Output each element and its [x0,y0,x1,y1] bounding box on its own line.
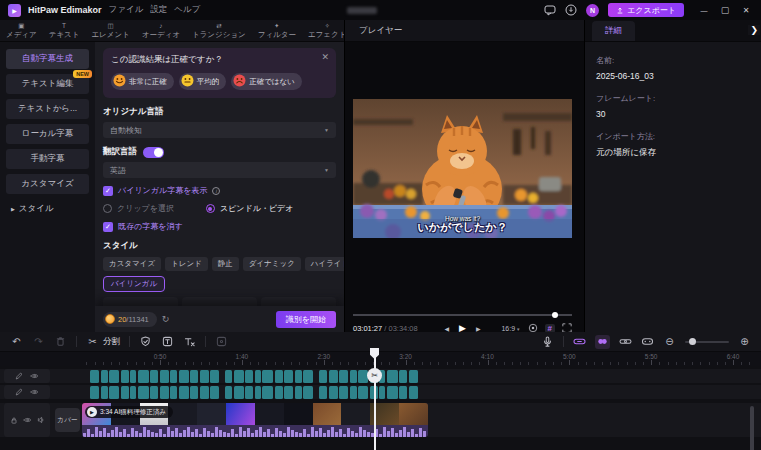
tab-media[interactable]: ▣メディア [0,20,43,41]
playhead-line[interactable] [374,350,376,450]
translation-toggle[interactable] [143,147,164,158]
aspect-ratio-select[interactable]: 16:9 [501,325,520,332]
feedback-option-grin[interactable]: 非常に正確 [111,73,174,90]
delete-icon[interactable] [54,335,67,349]
subtitle-segment[interactable] [319,386,327,399]
subtitle-segment[interactable] [170,386,177,399]
subtitle-segment[interactable] [275,370,283,383]
magnet-icon[interactable] [641,335,654,349]
subtitle-segment[interactable] [319,370,327,383]
tab-effect[interactable]: ✧エフェクト [302,20,344,41]
tab-element[interactable]: ◫エレメント [85,20,135,41]
subtitle-segment[interactable] [387,386,398,399]
split-label[interactable]: 分割 [103,336,120,348]
add-subtitle-icon[interactable] [215,335,228,349]
style-tab-2[interactable]: 静止 [212,257,239,271]
close-icon[interactable]: ✕ [321,52,329,62]
timeline-scrollbar[interactable] [750,406,754,450]
subtitle-segment[interactable] [225,370,232,383]
feedback-option-angry[interactable]: 正確ではない [231,73,302,90]
eye-icon[interactable] [23,416,32,424]
subtitle-segment[interactable] [399,386,407,399]
subtitle-segment[interactable] [255,386,261,399]
subtitle-segment[interactable] [101,370,108,383]
subtitle-segment[interactable] [358,386,368,399]
clear-subtitles-checkbox[interactable] [103,222,113,232]
cover-button[interactable]: カバー [55,408,80,432]
sidebar-item-0[interactable]: 自動字幕生成 [6,49,89,69]
subtitle-segment[interactable] [350,386,357,399]
subtitle-segment[interactable] [387,370,398,383]
subtitle-segment[interactable] [409,370,418,383]
more-tabs-arrow-icon[interactable]: ❯ [748,25,760,35]
subtitle-segment[interactable] [399,370,407,383]
pencil-icon[interactable] [15,388,23,396]
subtitle-segment[interactable] [245,386,253,399]
subtitle-segment[interactable] [90,370,99,383]
subtitle-segment[interactable] [160,370,169,383]
sidebar-item-2[interactable]: テキストから... [6,99,89,119]
video-clip[interactable]: 3:34 AI猫料理修正済み [82,403,428,437]
subtitle-segment[interactable] [138,370,149,383]
microphone-icon[interactable] [541,335,554,349]
bilingual-filter-chip[interactable]: バイリンガル [103,276,165,292]
tab-transition[interactable]: ⇄トランジション [186,20,252,41]
subtitle-segment[interactable] [303,370,313,383]
subtitle-segment[interactable] [121,386,129,399]
eye-icon[interactable] [30,388,39,396]
style-tab-0[interactable]: カスタマイズ [103,257,161,271]
subtitle-segment[interactable] [179,370,189,383]
feedback-chat-icon[interactable] [544,4,556,16]
tab-filter[interactable]: ✦フィルター [252,20,302,41]
subtitle-segment[interactable] [262,386,273,399]
delete-text-icon[interactable] [183,335,196,349]
lock-icon[interactable] [10,416,18,425]
subtitle-segment[interactable] [101,386,108,399]
subtitle-segment[interactable] [284,386,293,399]
style-tab-4[interactable]: ハイライト [305,257,344,271]
subtitle-segment[interactable] [225,386,232,399]
subtitle-segment[interactable] [200,370,209,383]
subtitle-segment[interactable] [150,386,158,399]
translation-language-select[interactable]: 英語 [103,162,336,178]
text-template-icon[interactable] [161,335,174,349]
subtitle-segment[interactable] [130,370,136,383]
undo-icon[interactable] [10,335,23,349]
subtitle-segment[interactable] [303,386,313,399]
menu-settings[interactable]: 設定 [150,4,167,16]
maximize-button[interactable] [720,5,730,15]
menu-help[interactable]: ヘルプ [174,4,200,16]
subtitle-segment[interactable] [121,370,129,383]
subtitle-segment[interactable] [150,370,158,383]
subtitle-segment[interactable] [234,370,244,383]
subtitle-segment[interactable] [409,386,418,399]
sidebar-item-1[interactable]: テキスト編集NEW [6,74,89,94]
spindle-video-radio[interactable] [206,204,215,213]
close-button[interactable] [741,5,751,15]
subtitle-segment[interactable] [234,386,244,399]
zoom-in-icon[interactable] [738,335,751,349]
feedback-option-neutral[interactable]: 平均的 [179,73,227,90]
subtitle-segment[interactable] [275,386,283,399]
subtitle-segment[interactable] [90,386,99,399]
subtitle-segment[interactable] [284,370,293,383]
timeline-zoom-slider[interactable] [685,341,729,343]
subtitle-segment[interactable] [138,386,149,399]
eye-icon[interactable] [30,372,39,380]
subtitle-segment[interactable] [210,386,219,399]
subtitle-segment[interactable] [170,370,177,383]
timeline-ruler[interactable]: 0:501:402:303:204:105:005:506:40 [0,352,761,366]
subtitle-segment[interactable] [379,386,385,399]
tab-audio[interactable]: ♪オーディオ [136,20,186,41]
subtitle-segment[interactable] [339,370,348,383]
original-language-select[interactable]: 自動検知 [103,122,336,138]
subtitle-segment[interactable] [329,386,338,399]
info-icon[interactable] [212,187,220,195]
split-icon[interactable] [86,335,99,349]
tab-details[interactable]: 詳細 [592,21,635,41]
subtitle-segment[interactable] [339,386,348,399]
subtitle-segment[interactable] [109,386,119,399]
subtitle-track2-clips[interactable] [90,385,428,399]
subtitle-segment[interactable] [329,370,338,383]
subtitle-segment[interactable] [200,386,209,399]
